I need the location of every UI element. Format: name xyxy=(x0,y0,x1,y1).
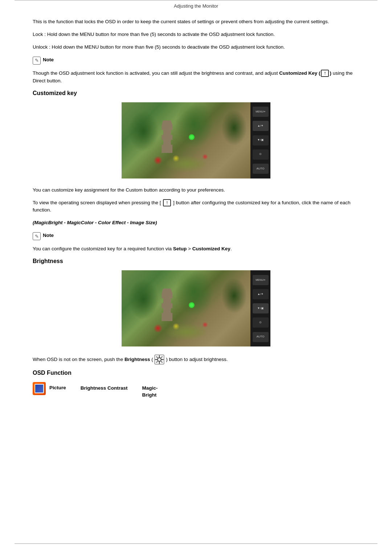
setup-sep: > xyxy=(187,246,192,251)
note-icon-1: ✎ xyxy=(33,57,41,65)
note-icon-2: ✎ xyxy=(33,232,41,240)
magicbright-list-text: (MagicBright - MagicColor - Color Effect… xyxy=(33,220,157,225)
down-button-2: ▼/▣ xyxy=(253,303,269,313)
para-unlock-instruction: Unlock : Hold down the MENU button for m… xyxy=(33,44,359,51)
para-magicbright-list: (MagicBright - MagicColor - Color Effect… xyxy=(33,219,359,227)
brightness-icon xyxy=(154,354,164,365)
note-box-1: ✎ Note xyxy=(33,56,359,65)
para-setup-note: You can configure the customized key for… xyxy=(33,245,359,253)
menu-button-1: MENU/≡ xyxy=(253,107,269,117)
ck-view-icon: ↑ xyxy=(163,199,171,206)
osd-picture-icon-inner xyxy=(34,384,44,393)
osd-magic-bright: Magic-Bright xyxy=(142,382,158,399)
para-lock-instruction: Lock : Hold down the MENU button for mor… xyxy=(33,31,359,38)
page-container: Adjusting the Monitor This is the functi… xyxy=(0,0,392,554)
monitor-image-1: MENU/≡ ▲/✦ ▼/▣ ⊙ AUTO xyxy=(33,102,359,178)
page-header: Adjusting the Monitor xyxy=(0,0,392,11)
brightness-suffix: ) button to adjust brightness. xyxy=(166,357,228,362)
setup-note-suffix: . xyxy=(230,246,232,251)
auto-button-1: AUTO xyxy=(253,164,269,174)
monitor-buttons-1: MENU/≡ ▲/✦ ▼/▣ ⊙ AUTO xyxy=(250,102,270,178)
para-brightness-desc: When OSD is not on the screen, push the … xyxy=(33,354,359,365)
osd-brightness-contrast: Brightness Contrast xyxy=(81,382,128,392)
up-button-1: ▲/✦ xyxy=(253,121,269,131)
para-osd-note-bold: Customized Key ( xyxy=(279,70,320,76)
note-label-2: Note xyxy=(43,232,54,238)
section-heading-osd-function: OSD Function xyxy=(33,370,359,376)
para-customized-key-view: To view the operating screen displayed w… xyxy=(33,199,359,214)
customized-key-icon: ↑ xyxy=(321,70,329,77)
select-button-1: ⊙ xyxy=(253,149,269,160)
osd-picture-label: Picture xyxy=(49,382,66,390)
select-button-2: ⊙ xyxy=(253,317,269,328)
para-customized-key-desc: You can customize key assignment for the… xyxy=(33,186,359,194)
monitor-buttons-2: MENU/≡ ▲/✦ ▼/▣ ⊙ AUTO xyxy=(250,270,270,346)
para-osd-note-prefix: Though the OSD adjustment lock function … xyxy=(33,70,279,76)
up-button-2: ▲/✦ xyxy=(253,289,269,299)
monitor-screen-2 xyxy=(122,270,250,346)
setup-label: Setup xyxy=(173,246,187,251)
page-title: Adjusting the Monitor xyxy=(174,3,218,9)
down-button-1: ▼/▣ xyxy=(253,135,269,145)
bottom-divider xyxy=(15,543,377,544)
section-heading-customized-key: Customized key xyxy=(33,90,359,97)
ck-view-prefix: To view the operating screen displayed w… xyxy=(33,200,162,205)
monitor-display-2: MENU/≡ ▲/✦ ▼/▣ ⊙ AUTO xyxy=(122,270,270,346)
brightness-prefix: When OSD is not on the screen, push the xyxy=(33,357,124,362)
monitor-display-1: MENU/≡ ▲/✦ ▼/▣ ⊙ AUTO xyxy=(122,102,270,178)
osd-function-row: Picture Brightness Contrast Magic-Bright xyxy=(33,382,359,399)
para-osd-note: Though the OSD adjustment lock function … xyxy=(33,70,359,85)
monitor-image-2: MENU/≡ ▲/✦ ▼/▣ ⊙ AUTO xyxy=(33,270,359,346)
customized-key-label: Customized Key xyxy=(192,246,230,251)
green-dot-2 xyxy=(189,302,195,308)
brightness-label: Brightness xyxy=(124,357,150,362)
auto-button-2: AUTO xyxy=(253,332,269,342)
monitor-screen-1 xyxy=(122,102,250,178)
para-lock-intro: This is the function that locks the OSD … xyxy=(33,18,359,26)
green-dot-1 xyxy=(189,134,195,140)
setup-note-prefix: You can configure the customized key for… xyxy=(33,246,173,251)
note-label-1: Note xyxy=(43,56,54,62)
main-content: This is the function that locks the OSD … xyxy=(0,11,392,420)
brightness-middle: ( xyxy=(150,357,153,362)
section-heading-brightness: Brightness xyxy=(33,258,359,264)
menu-button-2: MENU/≡ xyxy=(253,275,269,285)
note-box-2: ✎ Note xyxy=(33,232,359,240)
osd-picture-icon xyxy=(33,382,46,395)
